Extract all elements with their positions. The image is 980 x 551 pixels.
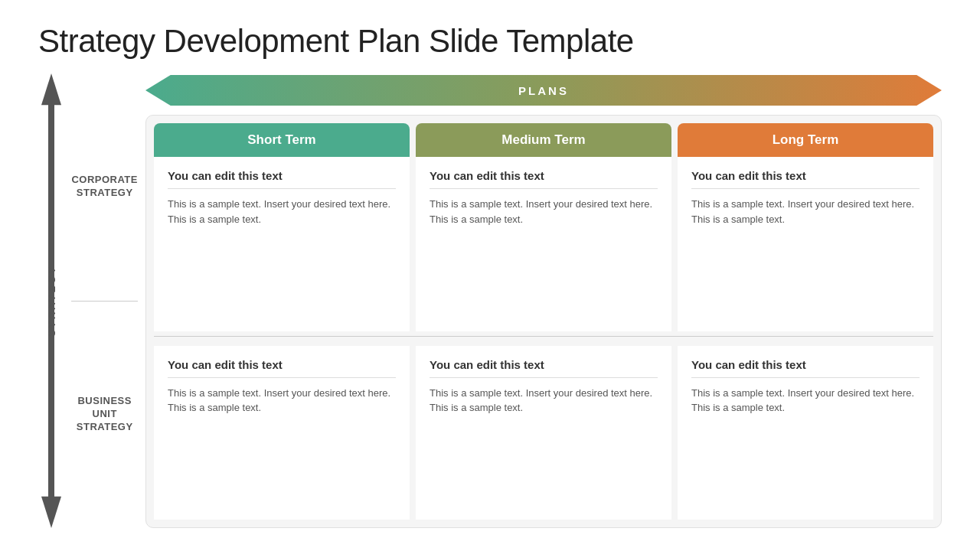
cell-business-long[interactable]: You can edit this text This is a sample … bbox=[678, 346, 933, 520]
data-row-business: You can edit this text This is a sample … bbox=[154, 341, 933, 520]
cell-divider bbox=[691, 377, 920, 378]
col-header-long: Long Term bbox=[678, 123, 933, 157]
row-labels: CORPORATESTRATEGY BUSINESSUNITSTRATEGY bbox=[71, 73, 138, 528]
data-rows: You can edit this text This is a sample … bbox=[146, 157, 941, 527]
cell-business-short[interactable]: You can edit this text This is a sample … bbox=[154, 346, 410, 520]
cell-divider bbox=[168, 377, 396, 378]
left-column: STRATEGY CORPORATESTRATEGY BUSINESSUNITS… bbox=[38, 73, 138, 528]
col-header-short: Short Term bbox=[154, 123, 410, 157]
cell-corporate-short[interactable]: You can edit this text This is a sample … bbox=[154, 157, 410, 331]
plans-arrow-container: PLANS bbox=[145, 73, 942, 107]
svg-marker-1 bbox=[41, 73, 61, 105]
slide: Strategy Development Plan Slide Template… bbox=[0, 0, 980, 551]
page-title: Strategy Development Plan Slide Template bbox=[38, 23, 942, 60]
strategy-arrow-container: STRATEGY bbox=[38, 73, 65, 528]
row-label-corporate: CORPORATESTRATEGY bbox=[71, 73, 138, 302]
svg-marker-2 bbox=[41, 497, 61, 528]
cell-divider bbox=[691, 188, 920, 189]
right-column: PLANS Short Term Medium Term Long Term bbox=[145, 73, 942, 528]
grid-container: Short Term Medium Term Long Term You can… bbox=[145, 115, 942, 528]
column-headers: Short Term Medium Term Long Term bbox=[146, 116, 941, 157]
row-label-business: BUSINESSUNITSTRATEGY bbox=[71, 302, 138, 529]
cell-corporate-long[interactable]: You can edit this text This is a sample … bbox=[678, 157, 933, 331]
cell-divider bbox=[430, 377, 658, 378]
cell-divider bbox=[168, 188, 396, 189]
cell-divider bbox=[430, 188, 658, 189]
strategy-label: STRATEGY bbox=[46, 265, 57, 337]
col-header-medium: Medium Term bbox=[416, 123, 671, 157]
cell-corporate-medium[interactable]: You can edit this text This is a sample … bbox=[416, 157, 671, 331]
data-row-corporate: You can edit this text This is a sample … bbox=[154, 157, 933, 337]
plans-label: PLANS bbox=[518, 84, 569, 97]
cell-business-medium[interactable]: You can edit this text This is a sample … bbox=[416, 346, 671, 520]
main-content: STRATEGY CORPORATESTRATEGY BUSINESSUNITS… bbox=[38, 73, 942, 528]
